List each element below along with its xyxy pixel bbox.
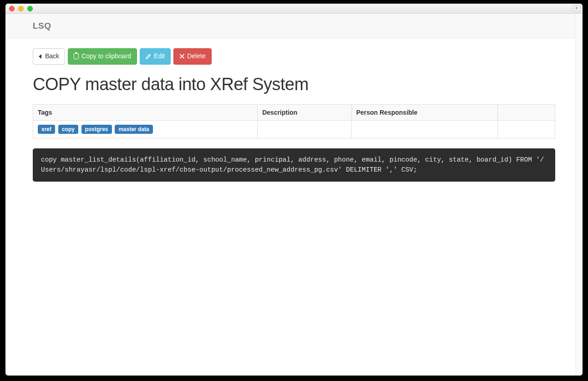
close-window-button[interactable]: [9, 6, 15, 11]
pencil-icon: [146, 54, 151, 59]
header-person: Person Responsible: [351, 104, 497, 120]
new-tab-button[interactable]: +: [573, 5, 581, 11]
zoom-window-button[interactable]: [27, 6, 33, 11]
clipboard-icon: [74, 53, 79, 59]
delete-button[interactable]: Delete: [173, 48, 211, 65]
scrollbar[interactable]: [575, 14, 583, 376]
chevron-left-icon: [39, 54, 41, 59]
copy-to-clipboard-button[interactable]: Copy to clipboard: [68, 48, 137, 65]
titlebar: +: [5, 4, 583, 14]
cell-description: [258, 120, 351, 138]
edit-button-label: Edit: [154, 52, 165, 61]
traffic-lights: [9, 6, 33, 11]
tag[interactable]: copy: [58, 125, 78, 134]
cell-tags: xref copy postgres master data: [33, 120, 258, 138]
action-buttons: Back Copy to clipboard Edit Delete: [33, 48, 555, 65]
tag[interactable]: postgres: [81, 125, 112, 134]
header-description: Description: [258, 104, 351, 120]
brand-text: LSQ: [33, 21, 51, 31]
delete-button-label: Delete: [187, 52, 205, 61]
copy-button-label: Copy to clipboard: [81, 52, 131, 61]
table-header-row: Tags Description Person Responsible: [33, 104, 555, 120]
tag[interactable]: xref: [38, 125, 55, 134]
code-block[interactable]: copy master_list_details(affiliation_id,…: [33, 148, 555, 182]
back-button[interactable]: Back: [33, 48, 65, 65]
cell-empty: [497, 120, 555, 138]
edit-button[interactable]: Edit: [140, 48, 171, 65]
tag[interactable]: master data: [115, 125, 152, 134]
header-tags: Tags: [33, 104, 258, 120]
app-window: + LSQ Back Copy to clipboard Edit Delete: [5, 4, 583, 376]
page-title: COPY master data into XRef System: [33, 75, 555, 94]
table-row: xref copy postgres master data: [33, 120, 555, 138]
back-button-label: Back: [45, 52, 59, 61]
metadata-table: Tags Description Person Responsible xref…: [33, 104, 555, 138]
navbar: LSQ: [5, 14, 583, 38]
x-icon: [179, 54, 184, 59]
main-content: Back Copy to clipboard Edit Delete COPY …: [5, 38, 583, 192]
minimize-window-button[interactable]: [18, 6, 24, 11]
cell-person: [351, 120, 497, 138]
header-empty: [497, 104, 555, 120]
